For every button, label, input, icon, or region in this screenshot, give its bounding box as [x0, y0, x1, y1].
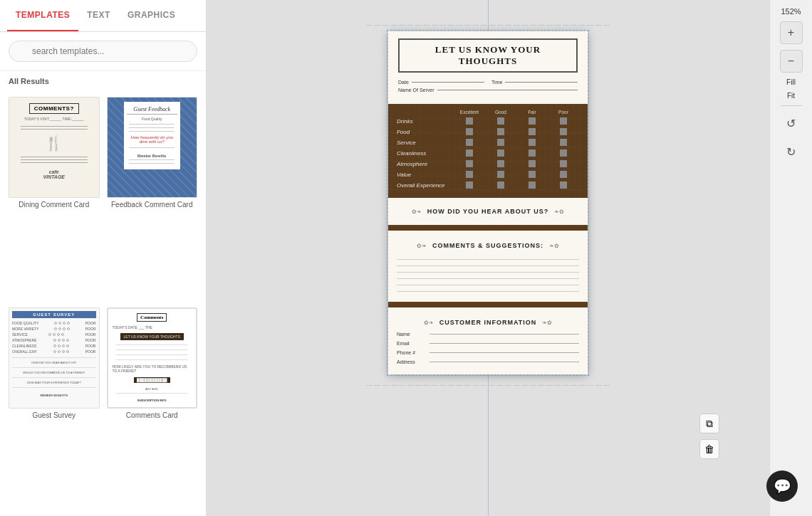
rating-row-service: Service [397, 139, 579, 146]
rating-box-atm-good [497, 160, 504, 167]
template-label-survey: Guest Survey [9, 411, 100, 422]
undo-button[interactable]: ↺ [780, 112, 803, 135]
template-dining-comment[interactable]: COMMENTS? TODAY'S VISIT:______ TIME:____… [9, 97, 100, 300]
delete-button[interactable]: 🗑 [699, 439, 719, 459]
rating-label-overall: Overall Experience [397, 182, 454, 189]
template-label-comments: Comments Card [107, 411, 198, 422]
rating-row-drinks: Drinks [397, 117, 579, 125]
rating-box-service-poor [560, 139, 567, 146]
rating-box-val-fair [529, 171, 536, 178]
customer-info-label: CUSTOMER INFORMATION [439, 319, 537, 326]
comments-section: ✿❧ COMMENTS & SUGGESTIONS: ❧✿ [388, 231, 588, 302]
customer-email-label: Email [397, 341, 425, 346]
rating-box-val-poor [560, 171, 567, 178]
template-label-feedback: Feedback Comment Card [107, 201, 198, 211]
date-line [412, 82, 484, 83]
card-actions: ⧉ 🗑 [699, 414, 719, 459]
zoom-level-display: 152% [781, 7, 801, 16]
template-label-dining: Dining Comment Card [9, 201, 100, 211]
chat-icon: 💬 [774, 478, 791, 495]
how-did-you-hear-section: ✿❧ HOW DID YOU HEAR ABOUT US? ❧✿ [388, 198, 588, 225]
rating-box-overall-fair [529, 181, 536, 189]
customer-phone-line [430, 352, 579, 353]
sidebar-tabs: TEMPLATES TEXT GRAPHICS [0, 0, 206, 32]
rating-box-clean-poor [560, 149, 567, 157]
customer-info-header: ✿❧ CUSTOMER INFORMATION ❧✿ [397, 313, 579, 332]
all-results-label: All Results [0, 71, 206, 91]
rating-label-value: Value [397, 172, 454, 178]
toolbar-divider [781, 105, 802, 106]
customer-info-section: ✿❧ CUSTOMER INFORMATION ❧✿ Name Email Ph… [388, 307, 588, 374]
rating-box-service-excellent [466, 139, 473, 146]
search-input[interactable] [9, 41, 197, 62]
customer-address-label: Address [397, 359, 425, 364]
rating-box-val-excellent [466, 171, 473, 178]
chat-button[interactable]: 💬 [766, 470, 798, 502]
rating-label-atmosphere: Atmosphere [397, 161, 454, 167]
customer-email-line [430, 343, 579, 344]
customer-address-row: Address [397, 359, 579, 364]
card-title-box: LET US KNOW YOUR THOUGHTS [398, 38, 578, 73]
rating-box-clean-good [497, 149, 504, 157]
rating-box-drinks-excellent [466, 117, 473, 125]
comment-line-6 [397, 291, 579, 292]
comment-line-5 [397, 285, 579, 285]
template-guest-survey[interactable]: GUEST SURVEY FOOD QUALITY POOR MORE VARI… [9, 307, 100, 511]
rating-box-overall-poor [560, 181, 567, 189]
comment-line-3 [397, 272, 579, 273]
right-toolbar: 152% + − Fill Fit ↺ ↻ [769, 0, 812, 516]
tab-graphics[interactable]: GRAPHICS [119, 0, 184, 31]
sidebar: TEMPLATES TEXT GRAPHICS 🔍 All Results CO… [0, 0, 207, 516]
tab-templates[interactable]: TEMPLATES [7, 0, 78, 31]
time-label: Time [491, 80, 502, 85]
rating-header-good: Good [485, 110, 516, 115]
rating-box-drinks-poor [560, 117, 567, 125]
rating-label-drinks: Drinks [397, 118, 454, 125]
how-did-you-hear-label: HOW DID YOU HEAR ABOUT US? [427, 208, 549, 215]
rating-label-service: Service [397, 139, 454, 146]
zoom-in-button[interactable]: + [780, 21, 803, 44]
date-label: Date [398, 80, 409, 85]
main-canvas: — — — — — — — — — — — — — — — — — — — — … [207, 0, 769, 516]
rating-box-clean-excellent [466, 149, 473, 157]
customer-name-row: Name [397, 332, 579, 337]
rating-row-atmosphere: Atmosphere [397, 160, 579, 167]
redo-button[interactable]: ↻ [780, 140, 803, 163]
customer-name-line [430, 334, 579, 335]
ruler-top: — — — — — — — — — — — — — — — — — — — — … [366, 21, 610, 28]
copy-button[interactable]: ⧉ [699, 414, 719, 433]
zoom-out-button[interactable]: − [780, 50, 803, 73]
server-row: Name Of Server [398, 88, 578, 93]
ruler-bottom: — — — — — — — — — — — — — — — — — — — — … [366, 377, 610, 390]
customer-phone-label: Phone # [397, 350, 425, 355]
rating-box-val-good [497, 171, 504, 178]
rating-row-value: Value [397, 171, 579, 178]
template-feedback-comment[interactable]: Guest Feedback Food Quality How frequent… [107, 97, 198, 300]
tab-text[interactable]: TEXT [78, 0, 119, 31]
comments-label: COMMENTS & SUGGESTIONS: [432, 242, 543, 249]
customer-name-label: Name [397, 332, 425, 337]
fill-button[interactable]: Fill [786, 78, 796, 86]
rating-label-food: Food [397, 129, 454, 135]
comment-line-4 [397, 278, 579, 279]
rating-box-overall-excellent [466, 181, 473, 189]
fit-button[interactable]: Fit [787, 92, 795, 100]
how-did-you-hear-header: ✿❧ HOW DID YOU HEAR ABOUT US? ❧✿ [398, 202, 578, 221]
server-label: Name Of Server [398, 88, 434, 93]
date-time-row: Date Time [398, 80, 578, 85]
comment-line-2 [397, 265, 579, 266]
rating-box-drinks-fair [529, 117, 536, 125]
templates-grid: COMMENTS? TODAY'S VISIT:______ TIME:____… [0, 91, 206, 516]
rating-row-food: Food [397, 128, 579, 135]
date-field: Date [398, 80, 484, 85]
card-header-section: LET US KNOW YOUR THOUGHTS Date Time [388, 31, 588, 104]
card-wrapper[interactable]: LET US KNOW YOUR THOUGHTS Date Time [388, 31, 588, 374]
comments-header: ✿❧ COMMENTS & SUGGESTIONS: ❧✿ [397, 236, 579, 255]
customer-phone-row: Phone # [397, 350, 579, 355]
customer-email-row: Email [397, 341, 579, 346]
rating-box-food-poor [560, 128, 567, 135]
rating-box-drinks-good [497, 117, 504, 125]
feedback-card: LET US KNOW YOUR THOUGHTS Date Time [388, 31, 588, 374]
rating-header-fair: Fair [516, 110, 548, 115]
template-comments-card[interactable]: Comments TODAY'S DATE ___ THE LET US KNO… [107, 307, 198, 511]
